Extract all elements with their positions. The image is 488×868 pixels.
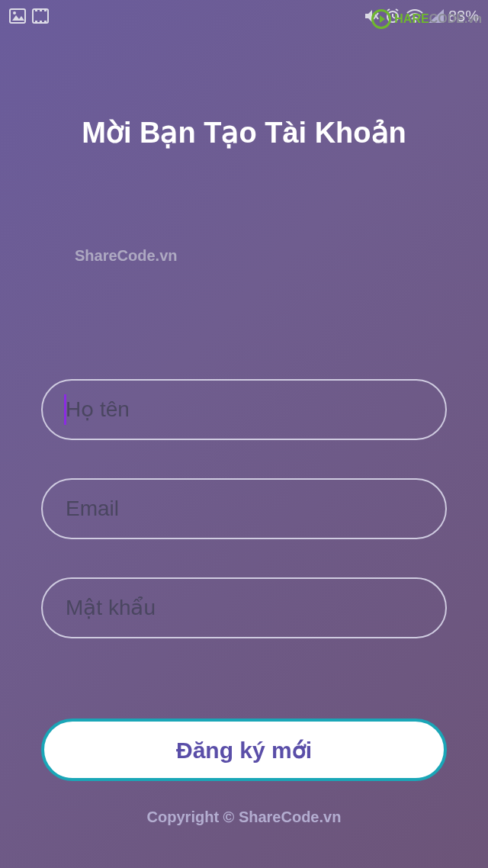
watermark-logo: HARECODE.vn	[371, 9, 482, 29]
svg-rect-5	[40, 9, 42, 11]
email-input[interactable]	[41, 478, 447, 539]
watermark-logo-text: HARECODE.vn	[394, 12, 482, 26]
video-icon	[32, 8, 49, 24]
page-title: Mời Bạn Tạo Tài Khoản	[0, 116, 488, 149]
email-field-wrapper	[41, 478, 447, 539]
svg-point-2	[13, 11, 16, 14]
submit-button[interactable]: Đăng ký mới	[41, 719, 447, 781]
password-input[interactable]	[41, 577, 447, 638]
play-circle-icon	[371, 9, 391, 29]
image-icon	[9, 8, 26, 24]
svg-rect-6	[44, 9, 47, 11]
svg-rect-7	[35, 21, 37, 23]
svg-marker-1	[12, 15, 24, 21]
name-field-wrapper	[41, 379, 447, 440]
name-input[interactable]	[41, 379, 447, 440]
svg-rect-4	[35, 9, 37, 11]
svg-rect-9	[44, 21, 47, 23]
svg-rect-8	[40, 21, 42, 23]
watermark-mid: ShareCode.vn	[75, 247, 488, 265]
svg-rect-0	[10, 9, 25, 23]
status-left	[9, 8, 49, 24]
text-cursor	[64, 394, 66, 425]
signup-form	[0, 379, 488, 638]
password-field-wrapper	[41, 577, 447, 638]
copyright-text: Copyright © ShareCode.vn	[0, 809, 488, 826]
